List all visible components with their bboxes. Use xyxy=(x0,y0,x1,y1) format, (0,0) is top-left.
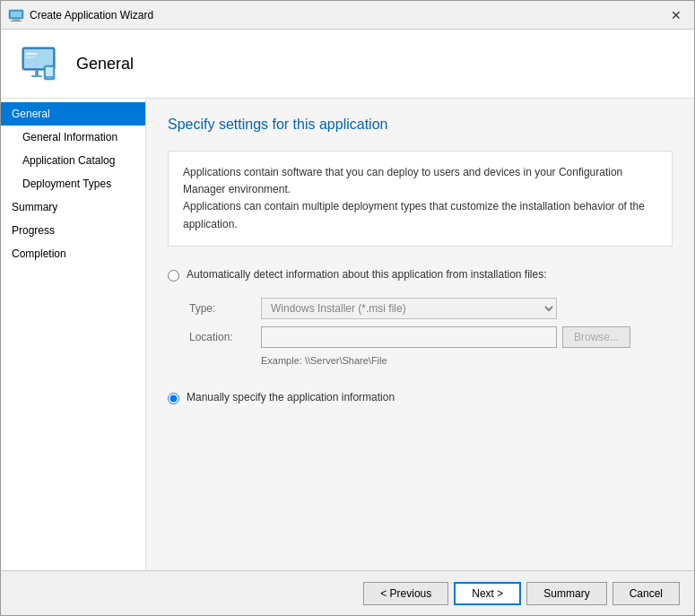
previous-button[interactable]: < Previous xyxy=(363,582,448,605)
sidebar-item-application-catalog[interactable]: Application Catalog xyxy=(1,149,145,172)
location-hint: Example: \\Server\Share\File xyxy=(261,355,673,366)
svg-rect-1 xyxy=(11,12,22,17)
sidebar-item-completion[interactable]: Completion xyxy=(1,242,145,265)
main-layout: General General Information Application … xyxy=(1,99,694,570)
sidebar-item-general-information[interactable]: General Information xyxy=(1,126,145,149)
svg-rect-8 xyxy=(35,70,39,75)
auto-detect-radio[interactable] xyxy=(168,270,179,282)
location-input[interactable] xyxy=(261,326,557,348)
auto-detect-label[interactable]: Automatically detect information about t… xyxy=(187,268,547,281)
svg-rect-9 xyxy=(31,75,42,77)
next-button[interactable]: Next > xyxy=(454,582,521,605)
sidebar-item-progress[interactable]: Progress xyxy=(1,219,145,242)
svg-rect-2 xyxy=(13,19,20,21)
title-bar: Create Application Wizard ✕ xyxy=(1,1,694,30)
svg-rect-12 xyxy=(47,77,52,78)
cancel-button[interactable]: Cancel xyxy=(612,582,680,605)
svg-rect-11 xyxy=(46,67,53,76)
type-row: Type: Windows Installer (*.msi file) xyxy=(189,298,673,319)
auto-detect-option-row: Automatically detect information about t… xyxy=(168,268,673,282)
location-label: Location: xyxy=(189,331,261,343)
content-title: Specify settings for this application xyxy=(168,117,673,133)
info-text-line1: Applications contain software that you c… xyxy=(183,166,622,195)
info-box: Applications contain software that you c… xyxy=(168,151,673,247)
form-grid: Type: Windows Installer (*.msi file) Loc… xyxy=(189,298,673,366)
type-select[interactable]: Windows Installer (*.msi file) xyxy=(261,298,557,319)
manual-specify-label[interactable]: Manually specify the application informa… xyxy=(187,391,395,403)
svg-rect-3 xyxy=(11,21,22,22)
close-button[interactable]: ✕ xyxy=(665,4,687,26)
window-icon xyxy=(8,7,24,23)
type-label: Type: xyxy=(189,302,261,315)
summary-button[interactable]: Summary xyxy=(526,582,606,605)
location-control: Browse... xyxy=(261,326,630,348)
location-row: Location: Browse... xyxy=(189,326,673,348)
manual-specify-radio[interactable] xyxy=(168,393,179,404)
header-icon xyxy=(19,42,62,85)
header-area: General xyxy=(1,30,694,99)
title-bar-text: Create Application Wizard xyxy=(30,9,665,22)
header-title: General xyxy=(76,55,134,74)
type-control: Windows Installer (*.msi file) xyxy=(261,298,557,319)
info-text-line2: Applications can contain multiple deploy… xyxy=(183,200,645,230)
content-area: Specify settings for this application Ap… xyxy=(146,99,694,570)
sidebar-item-general[interactable]: General xyxy=(1,102,145,126)
sidebar-item-summary[interactable]: Summary xyxy=(1,195,145,219)
footer: < Previous Next > Summary Cancel xyxy=(1,570,694,615)
wizard-window: Create Application Wizard ✕ General Gene… xyxy=(0,0,695,616)
sidebar: General General Information Application … xyxy=(1,99,146,570)
manual-option-row: Manually specify the application informa… xyxy=(168,391,673,404)
sidebar-item-deployment-types[interactable]: Deployment Types xyxy=(1,172,145,195)
browse-button[interactable]: Browse... xyxy=(562,326,630,348)
